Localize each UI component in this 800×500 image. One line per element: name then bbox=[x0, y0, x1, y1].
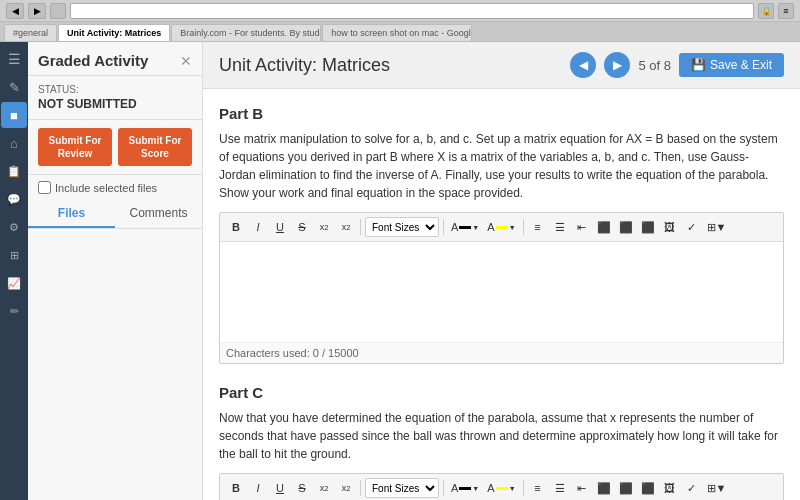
font-color-label: A bbox=[451, 221, 458, 233]
tab-brainly[interactable]: Brainly.com - For students. By students. bbox=[171, 24, 321, 41]
table-button[interactable]: ⊞▼ bbox=[704, 217, 730, 237]
next-page-button[interactable]: ▶ bbox=[604, 52, 630, 78]
c-highlight-swatch bbox=[496, 487, 508, 490]
close-icon[interactable]: ✕ bbox=[180, 53, 192, 69]
underline-button[interactable]: U bbox=[270, 217, 290, 237]
menu-icon[interactable]: ☰ bbox=[1, 46, 27, 72]
c-subscript-button[interactable]: x2 bbox=[336, 478, 356, 498]
part-b-editor-area[interactable] bbox=[220, 242, 783, 342]
c-italic-button[interactable]: I bbox=[248, 478, 268, 498]
prev-page-button[interactable]: ◀ bbox=[570, 52, 596, 78]
c-font-size-select[interactable]: Font Sizes 81012141824 bbox=[365, 478, 439, 498]
square-icon bbox=[50, 3, 66, 19]
c-align-center-button[interactable]: ⬛ bbox=[616, 478, 636, 498]
tab-files[interactable]: Files bbox=[28, 200, 115, 228]
part-b-editor: B I U S x2 x2 Font Sizes 81012141824 bbox=[219, 212, 784, 364]
status-label: Status: bbox=[38, 84, 192, 95]
font-color-button[interactable]: A ▼ bbox=[448, 217, 482, 237]
save-exit-button[interactable]: 💾 Save & Exit bbox=[679, 53, 784, 77]
sep1 bbox=[360, 219, 361, 235]
c-insert-image-button[interactable]: 🖼 bbox=[660, 478, 680, 498]
page-info: 5 of 8 bbox=[638, 58, 671, 73]
c-highlight-button[interactable]: A ▼ bbox=[484, 478, 518, 498]
save-icon: 💾 bbox=[691, 58, 706, 72]
c-bold-button[interactable]: B bbox=[226, 478, 246, 498]
bold-button[interactable]: B bbox=[226, 217, 246, 237]
settings-icon[interactable]: ⚙ bbox=[1, 214, 27, 240]
home-icon[interactable]: ⌂ bbox=[1, 130, 27, 156]
highlight-swatch bbox=[496, 226, 508, 229]
tab-comments[interactable]: Comments bbox=[115, 200, 202, 228]
c-table-button[interactable]: ⊞▼ bbox=[704, 478, 730, 498]
c-unordered-list-button[interactable]: ≡ bbox=[528, 478, 548, 498]
include-files-checkbox[interactable] bbox=[38, 181, 51, 194]
c-font-swatch bbox=[459, 487, 471, 490]
align-left-button[interactable]: ⬛ bbox=[594, 217, 614, 237]
back-button[interactable]: ◀ bbox=[6, 3, 24, 19]
c-align-right-button[interactable]: ⬛ bbox=[638, 478, 658, 498]
font-color-swatch bbox=[459, 226, 471, 229]
status-value: NOT SUBMITTED bbox=[38, 97, 192, 111]
address-bar[interactable] bbox=[70, 3, 754, 19]
c-strikethrough-button[interactable]: S bbox=[292, 478, 312, 498]
tab-unit[interactable]: Unit Activity: Matrices bbox=[58, 24, 170, 41]
sep2 bbox=[443, 219, 444, 235]
insert-image-button[interactable]: 🖼 bbox=[660, 217, 680, 237]
graded-panel: Graded Activity ✕ Status: NOT SUBMITTED … bbox=[28, 42, 203, 500]
main-content: Unit Activity: Matrices ◀ ▶ 5 of 8 💾 Sav… bbox=[203, 42, 800, 500]
chat-icon[interactable]: 💬 bbox=[1, 186, 27, 212]
c-ordered-list-button[interactable]: ☰ bbox=[550, 478, 570, 498]
editor-b-toolbar: B I U S x2 x2 Font Sizes 81012141824 bbox=[220, 213, 783, 242]
tab-general[interactable]: #general bbox=[4, 24, 57, 41]
book-icon[interactable]: 📋 bbox=[1, 158, 27, 184]
c-sep1 bbox=[360, 480, 361, 496]
c-superscript-button[interactable]: x2 bbox=[314, 478, 334, 498]
unordered-list-button[interactable]: ≡ bbox=[528, 217, 548, 237]
graded-panel-title: Graded Activity bbox=[38, 52, 148, 69]
align-center-button[interactable]: ⬛ bbox=[616, 217, 636, 237]
lock-icon: 🔒 bbox=[758, 3, 774, 19]
ordered-list-button[interactable]: ☰ bbox=[550, 217, 570, 237]
subscript-button[interactable]: x2 bbox=[336, 217, 356, 237]
part-c-editor: B I U S x2 x2 Font Sizes 81012141824 bbox=[219, 473, 784, 500]
highlight-label: A bbox=[487, 221, 494, 233]
tab-screenshot[interactable]: how to screen shot on mac - Google Searc… bbox=[322, 24, 472, 41]
c-align-left-button[interactable]: ⬛ bbox=[594, 478, 614, 498]
icon-sidebar: ☰ ✎ ■ ⌂ 📋 💬 ⚙ ⊞ 📈 ✏ bbox=[0, 42, 28, 500]
include-files-label: Include selected files bbox=[55, 182, 157, 194]
indent-button[interactable]: ⇤ bbox=[572, 217, 592, 237]
italic-button[interactable]: I bbox=[248, 217, 268, 237]
bookmark-icon[interactable]: ■ bbox=[1, 102, 27, 128]
c-sep2 bbox=[443, 480, 444, 496]
check-button[interactable]: ✓ bbox=[682, 217, 702, 237]
editor-c-toolbar: B I U S x2 x2 Font Sizes 81012141824 bbox=[220, 474, 783, 500]
font-size-select[interactable]: Font Sizes 81012141824 bbox=[365, 217, 439, 237]
graph-icon[interactable]: 📈 bbox=[1, 270, 27, 296]
menu-icon[interactable]: ≡ bbox=[778, 3, 794, 19]
part-c-text: Now that you have determined the equatio… bbox=[219, 409, 784, 463]
grid-icon[interactable]: ⊞ bbox=[1, 242, 27, 268]
align-right-button[interactable]: ⬛ bbox=[638, 217, 658, 237]
part-b-char-count: Characters used: 0 / 15000 bbox=[220, 342, 783, 363]
c-indent-button[interactable]: ⇤ bbox=[572, 478, 592, 498]
c-check-button[interactable]: ✓ bbox=[682, 478, 702, 498]
c-underline-button[interactable]: U bbox=[270, 478, 290, 498]
submit-score-button[interactable]: Submit For Score bbox=[118, 128, 192, 166]
sep3 bbox=[523, 219, 524, 235]
edit-icon[interactable]: ✎ bbox=[1, 74, 27, 100]
main-header: Unit Activity: Matrices ◀ ▶ 5 of 8 💾 Sav… bbox=[203, 42, 800, 89]
page-title: Unit Activity: Matrices bbox=[219, 55, 390, 76]
pencil-icon[interactable]: ✏ bbox=[1, 298, 27, 324]
scroll-content[interactable]: Part B Use matrix manipulation to solve … bbox=[203, 89, 800, 500]
highlight-arrow: ▼ bbox=[509, 224, 516, 231]
tab-bar: #general Unit Activity: Matrices Brainly… bbox=[0, 22, 800, 42]
c-font-color-button[interactable]: A ▼ bbox=[448, 478, 482, 498]
strikethrough-button[interactable]: S bbox=[292, 217, 312, 237]
browser-chrome: ◀ ▶ 🔒 ≡ bbox=[0, 0, 800, 22]
highlight-color-button[interactable]: A ▼ bbox=[484, 217, 518, 237]
part-b-text: Use matrix manipulation to solve for a, … bbox=[219, 130, 784, 202]
part-c-section: Part C Now that you have determined the … bbox=[219, 384, 784, 500]
forward-button[interactable]: ▶ bbox=[28, 3, 46, 19]
superscript-button[interactable]: x2 bbox=[314, 217, 334, 237]
submit-review-button[interactable]: Submit For Review bbox=[38, 128, 112, 166]
